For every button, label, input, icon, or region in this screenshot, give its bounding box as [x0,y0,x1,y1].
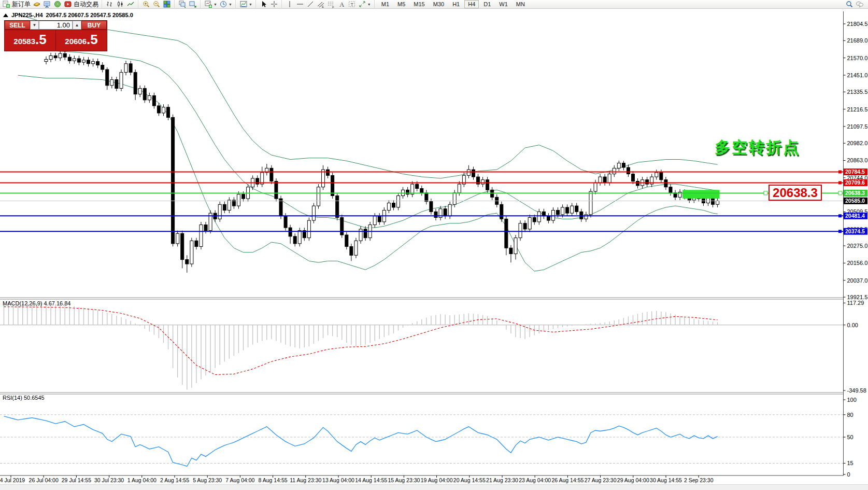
level-line-20374.5[interactable] [0,230,844,233]
text-label-button[interactable]: T [347,0,357,8]
sell-price[interactable]: 20583 .5 [5,30,55,51]
tile-windows-button[interactable] [162,0,172,8]
panel-separators[interactable] [0,298,868,394]
horizontal-line-button[interactable] [295,0,305,8]
price-axis-label: 20275.0 [847,243,868,249]
new-chart-button[interactable]: ▼ [203,0,218,8]
line-chart-icon [126,0,135,8]
time-axis-label: 29 Aug 04:00 [617,477,649,483]
price-axis-label: 20863.0 [847,157,868,163]
chevron-down-icon: ▼ [214,3,217,6]
macd-panel [0,303,844,389]
price-axis-label: 21335.5 [847,89,868,95]
price-axis: 21804.521689.021570.021451.021335.521216… [844,9,868,484]
buy-price[interactable]: 20606 .5 [56,30,107,51]
crosshair-icon [270,0,278,8]
toolbar-group-zoom [138,0,172,9]
time-axis-label: 5 Aug 23:30 [193,477,222,483]
level-line-20709.6[interactable] [0,181,844,184]
navigator-button[interactable] [42,0,52,8]
rsi-axis-label: 0 [847,471,850,478]
search-button[interactable] [844,0,855,8]
timeframe-d1[interactable]: D1 [480,0,494,8]
toolbar-right [844,0,868,8]
shapes-button[interactable]: ▼ [357,0,372,8]
timeframe-mn[interactable]: MN [513,0,529,8]
zoom-in-button[interactable] [141,0,151,8]
templates-button[interactable]: ▼ [238,0,253,8]
autotrade-icon [64,0,72,8]
volume-input[interactable] [39,21,73,30]
price-axis-label: 21804.5 [847,21,868,27]
profiles-button[interactable]: ▼ [218,0,233,8]
macd-indicator-label: MACD(12,26,9) 4.67 16.84 [3,300,70,306]
fibonacci-icon: F [327,0,335,8]
crosshair-button[interactable] [269,0,279,8]
timeframe-m30[interactable]: M30 [430,0,448,8]
strategy-tester-icon [53,0,62,8]
cursor-button[interactable] [259,0,269,8]
rsi-line [4,416,718,467]
price-axis-label: 20982.0 [847,140,868,146]
price-axis-label: 21451.0 [847,72,868,78]
timeframe-toolbar: M1M5M15M30H1H4D1W1MN [374,0,529,9]
cascade-windows-button[interactable] [177,0,188,8]
timeframe-m15[interactable]: M15 [410,0,428,8]
autotrade-label: 自动交易 [74,0,98,9]
timeframe-h4[interactable]: H4 [464,0,479,8]
rsi-axis-label: 100 [847,397,857,403]
rsi-axis-label: 80 [847,412,853,418]
level-line-20481.4[interactable] [0,214,844,217]
toolbar-group-new: ▼▼ [200,0,233,9]
time-axis-label: 24 Jul 2019 [0,477,25,483]
autotrade-button[interactable]: 自动交易 [63,0,99,8]
volume-increase-button[interactable]: ▲ [73,21,81,30]
time-axis-label: 26 Aug 14:55 [551,477,584,483]
arrange-windows-button[interactable] [188,0,198,8]
price-axis-label: 21570.0 [847,55,868,61]
one-click-collapse-icon[interactable] [3,13,8,17]
chat-button[interactable] [855,0,865,8]
timeframe-h1[interactable]: H1 [449,0,463,8]
time-axis-label: 30 Aug 14:55 [650,477,682,483]
price-callout-box[interactable]: 20638.3 [769,185,822,201]
profiles-icon [219,0,227,8]
chart-canvas[interactable]: 21804.521689.021570.021451.021335.521216… [0,0,868,490]
vertical-line-button[interactable] [284,0,295,8]
bar-chart-button[interactable] [105,0,115,8]
timeframe-m1[interactable]: M1 [378,0,393,8]
svg-text:T: T [350,2,353,7]
highlight-rectangle[interactable] [682,190,719,199]
level-line-20784.5[interactable] [0,170,844,173]
search-icon [845,0,853,8]
time-axis-label: 23 Aug 04:00 [519,477,551,483]
timeframe-m5[interactable]: M5 [394,0,409,8]
candlestick-chart-button[interactable] [115,0,125,8]
chat-icon [856,0,864,8]
sell-button[interactable]: SELL [5,21,30,30]
volume-decrease-button[interactable]: ▼ [30,21,39,30]
line-chart-button[interactable] [125,0,136,8]
time-axis-label: 7 Aug 04:00 [225,477,254,483]
toolbar-group-trade: 新订单自动交易 [1,0,99,9]
strategy-tester-button[interactable] [52,0,63,8]
turning-point-annotation[interactable]: 多空转折点 [715,137,800,158]
text-button[interactable]: A [336,0,347,8]
equidistant-channel-button[interactable]: E [316,0,326,8]
trendline-button[interactable] [305,0,316,8]
price-axis-label: 21216.5 [847,106,868,113]
price-badge: 20709.6 [845,179,865,186]
timeframe-w1[interactable]: W1 [495,0,511,8]
fibonacci-button[interactable]: F [326,0,336,8]
zoom-out-button[interactable] [151,0,162,8]
bollinger-upper-band [18,15,718,178]
buy-button[interactable]: BUY [81,21,107,30]
svg-text:A: A [339,1,345,8]
mt4-window: 21804.521689.021570.021451.021335.521216… [0,0,868,490]
market-watch-button[interactable] [32,0,42,8]
toolbar-group-objects: EFAT▼ [281,0,372,9]
tile-windows-icon [163,0,171,8]
time-axis-label: 21 Aug 23:30 [486,477,518,483]
new-order-button[interactable]: 新订单 [1,0,32,8]
toolbar-group-templates: ▼ [235,0,253,9]
